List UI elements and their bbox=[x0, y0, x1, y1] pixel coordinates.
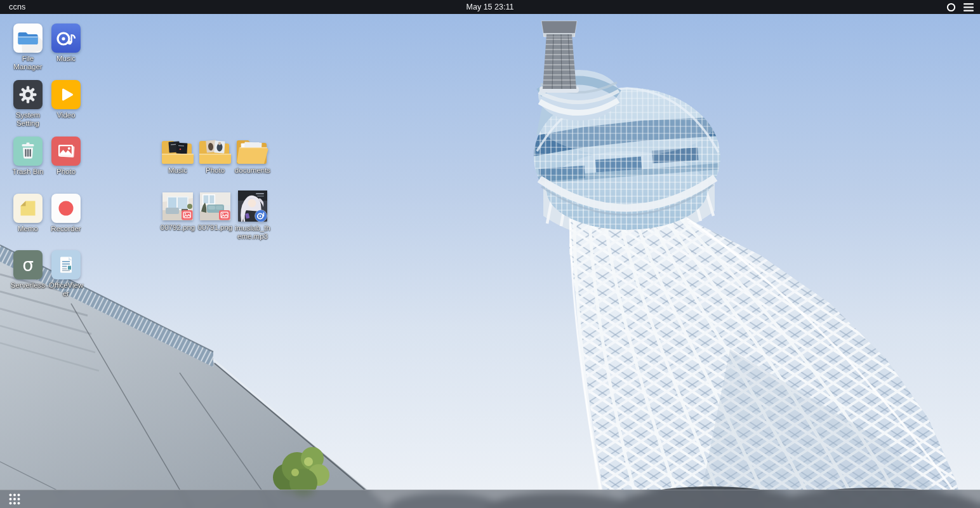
desktop-file-imuslab-theme-mp3[interactable]: imuslab_theme.mp3 bbox=[234, 190, 272, 240]
file-label: 00791.png bbox=[196, 224, 234, 232]
desktop-file-00791-png[interactable]: 00791.png bbox=[196, 192, 234, 232]
taskbar bbox=[0, 490, 980, 508]
desktop-icon-music-app[interactable]: Music bbox=[47, 23, 85, 63]
image-badge bbox=[219, 210, 230, 220]
icon-label: Serverless bbox=[9, 281, 47, 290]
desktop-icon-video[interactable]: Video bbox=[47, 80, 85, 119]
desktop-icon-serverless[interactable]: σ Serverless bbox=[9, 250, 47, 290]
top-menu-bar: ccns May 15 23:11 bbox=[0, 0, 980, 14]
trash-icon bbox=[13, 137, 43, 166]
photo-icon bbox=[51, 137, 81, 166]
icon-label: Memo bbox=[9, 225, 47, 233]
wallpaper-image bbox=[0, 0, 980, 508]
icon-label: File Manager bbox=[9, 55, 47, 70]
desktop-icon-office-viewer[interactable]: OfficeViewer bbox=[47, 250, 85, 297]
folder-label: documents bbox=[234, 166, 272, 175]
image-thumbnail bbox=[200, 192, 230, 222]
desktop-folder-music[interactable]: Music bbox=[159, 135, 197, 175]
folder-label: Music bbox=[159, 166, 197, 175]
desktop-icon-memo[interactable]: Memo bbox=[9, 194, 47, 233]
play-icon bbox=[51, 80, 81, 109]
file-label: 00792.png bbox=[159, 224, 197, 232]
music-app-icon bbox=[51, 23, 81, 53]
file-manager-icon bbox=[13, 23, 43, 53]
antenna-spire bbox=[540, 21, 579, 90]
desktop-icon-trash-bin[interactable]: Trash Bin bbox=[9, 137, 47, 176]
icon-label: OfficeViewer bbox=[47, 281, 85, 297]
icon-label: Photo bbox=[47, 168, 85, 176]
desktop-file-00792-png[interactable]: 00792.png bbox=[159, 192, 197, 232]
desktop-folder-documents[interactable]: documents bbox=[234, 135, 272, 175]
clock[interactable]: May 15 23:11 bbox=[0, 3, 980, 11]
desktop: ccns May 15 23:11 File Manager bbox=[0, 0, 980, 508]
active-app-name[interactable]: ccns bbox=[0, 3, 26, 11]
desktop-icon-photo-app[interactable]: Photo bbox=[47, 137, 85, 176]
folder-label: Photo bbox=[196, 166, 234, 175]
icon-label: Recorder bbox=[47, 225, 85, 233]
open-folder-icon bbox=[236, 137, 269, 164]
icon-label: Video bbox=[47, 111, 85, 119]
app-grid-icon[interactable] bbox=[8, 492, 22, 506]
folder-icon bbox=[199, 137, 232, 164]
desktop-icon-file-manager[interactable]: File Manager bbox=[9, 23, 47, 70]
album-art-thumbnail bbox=[238, 190, 267, 222]
svg-text:σ: σ bbox=[22, 255, 34, 276]
gear-icon bbox=[13, 80, 43, 109]
document-icon bbox=[51, 250, 81, 279]
memo-note-icon bbox=[13, 194, 43, 223]
folder-icon bbox=[161, 137, 194, 164]
status-circle-icon[interactable] bbox=[946, 3, 956, 12]
desktop-folder-photo[interactable]: Photo bbox=[196, 135, 234, 175]
image-thumbnail bbox=[162, 192, 193, 222]
file-label: imuslab_theme.mp3 bbox=[234, 224, 272, 240]
audio-badge bbox=[255, 210, 267, 222]
icon-label: Trash Bin bbox=[9, 168, 47, 176]
icon-label: System Setting bbox=[9, 111, 47, 127]
record-dot-icon bbox=[51, 194, 81, 223]
image-badge bbox=[182, 210, 193, 220]
desktop-icon-recorder[interactable]: Recorder bbox=[47, 194, 85, 233]
desktop-icon-system-setting[interactable]: System Setting bbox=[9, 80, 47, 127]
sigma-icon: σ bbox=[13, 250, 43, 279]
system-tray bbox=[946, 0, 974, 14]
menu-icon[interactable] bbox=[963, 3, 974, 11]
icon-label: Music bbox=[47, 55, 85, 63]
